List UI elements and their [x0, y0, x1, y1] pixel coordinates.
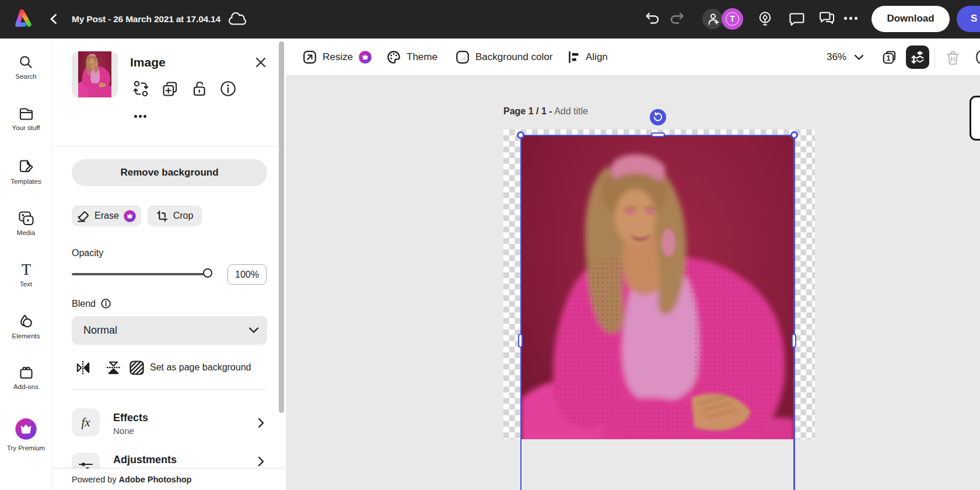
- svg-text:T: T: [21, 262, 31, 277]
- svg-text:1: 1: [887, 54, 891, 62]
